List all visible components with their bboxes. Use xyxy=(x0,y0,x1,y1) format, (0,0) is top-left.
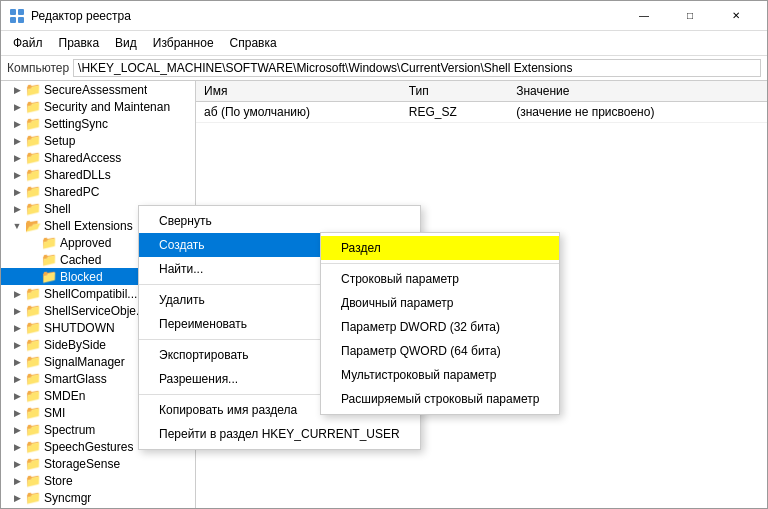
expand-icon: ▶ xyxy=(9,442,25,452)
sub-qword[interactable]: Параметр QWORD (64 бита) xyxy=(321,339,559,363)
tree-label: SharedPC xyxy=(44,185,99,199)
menu-bar: Файл Правка Вид Избранное Справка xyxy=(1,31,767,56)
ctx-collapse[interactable]: Свернуть xyxy=(139,209,420,233)
tree-label: Store xyxy=(44,474,73,488)
expand-icon: ▶ xyxy=(9,408,25,418)
folder-icon: 📁 xyxy=(25,422,41,437)
expand-icon: ▶ xyxy=(9,170,25,180)
menu-file[interactable]: Файл xyxy=(5,33,51,53)
tree-label: Shell xyxy=(44,202,71,216)
cell-type: REG_SZ xyxy=(401,102,508,123)
expand-icon: ▶ xyxy=(9,136,25,146)
menu-edit[interactable]: Правка xyxy=(51,33,108,53)
tree-label: SHUTDOWN xyxy=(44,321,115,335)
tree-item-sharedaccess[interactable]: ▶ 📁 SharedAccess xyxy=(1,149,195,166)
tree-label: SpeechGestures xyxy=(44,440,133,454)
folder-icon: 📁 xyxy=(25,184,41,199)
folder-icon: 📁 xyxy=(25,439,41,454)
folder-icon: 📁 xyxy=(25,388,41,403)
sub-binary[interactable]: Двоичный параметр xyxy=(321,291,559,315)
col-type: Тип xyxy=(401,81,508,102)
folder-icon: 📁 xyxy=(25,150,41,165)
folder-icon: 📁 xyxy=(41,269,57,284)
folder-icon: 📁 xyxy=(25,133,41,148)
tree-item-syncmgr[interactable]: ▶ 📁 Syncmgr xyxy=(1,489,195,506)
expand-icon: ▶ xyxy=(9,306,25,316)
folder-icon: 📁 xyxy=(25,303,41,318)
tree-label: Setup xyxy=(44,134,75,148)
folder-icon: 📁 xyxy=(25,337,41,352)
tree-label: Blocked xyxy=(60,270,103,284)
close-button[interactable]: ✕ xyxy=(713,1,759,31)
tree-item-shareddlls[interactable]: ▶ 📁 SharedDLLs xyxy=(1,166,195,183)
folder-icon: 📁 xyxy=(25,82,41,97)
expand-icon: ▶ xyxy=(9,374,25,384)
tree-label: ShellCompatibil... xyxy=(44,287,137,301)
svg-rect-0 xyxy=(10,9,16,15)
col-name: Имя xyxy=(196,81,401,102)
ctx-goto[interactable]: Перейти в раздел HKEY_CURRENT_USER xyxy=(139,422,420,446)
expand-icon: ▶ xyxy=(9,493,25,503)
expand-icon: ▶ xyxy=(9,204,25,214)
tree-item-secure[interactable]: ▶ 📁 SecureAssessment xyxy=(1,81,195,98)
sub-string[interactable]: Строковый параметр xyxy=(321,267,559,291)
tree-item-storagesense[interactable]: ▶ 📁 StorageSense xyxy=(1,455,195,472)
expand-icon: ▶ xyxy=(9,289,25,299)
expand-icon: ▶ xyxy=(9,102,25,112)
folder-icon: 📁 xyxy=(41,235,57,250)
tree-label: Security and Maintenan xyxy=(44,100,170,114)
expand-icon: ▶ xyxy=(9,187,25,197)
menu-favorites[interactable]: Избранное xyxy=(145,33,222,53)
menu-help[interactable]: Справка xyxy=(222,33,285,53)
folder-icon: 📁 xyxy=(25,167,41,182)
tree-item-security[interactable]: ▶ 📁 Security and Maintenan xyxy=(1,98,195,115)
tree-item-setup[interactable]: ▶ 📁 Setup xyxy=(1,132,195,149)
title-buttons: — □ ✕ xyxy=(621,1,759,31)
address-bar: Компьютер xyxy=(1,56,767,81)
folder-icon: 📂 xyxy=(25,218,41,233)
minimize-button[interactable]: — xyxy=(621,1,667,31)
title-text: Редактор реестра xyxy=(31,9,131,23)
tree-label: StorageSense xyxy=(44,457,120,471)
expand-icon: ▶ xyxy=(9,391,25,401)
table-row[interactable]: аб (По умолчанию) REG_SZ (значение не пр… xyxy=(196,102,767,123)
sub-multistring[interactable]: Мультистроковый параметр xyxy=(321,363,559,387)
sub-dword[interactable]: Параметр DWORD (32 бита) xyxy=(321,315,559,339)
folder-icon: 📁 xyxy=(25,490,41,505)
tree-label: SmartGlass xyxy=(44,372,107,386)
expand-icon: ▶ xyxy=(9,459,25,469)
cell-name: аб (По умолчанию) xyxy=(196,102,401,123)
expand-icon: ▶ xyxy=(9,357,25,367)
tree-label: SMDEn xyxy=(44,389,85,403)
sub-razdel[interactable]: Раздел xyxy=(321,236,559,260)
tree-label: SignalManager xyxy=(44,355,125,369)
tree-label: Cached xyxy=(60,253,101,267)
folder-icon: 📁 xyxy=(25,99,41,114)
tree-label: Approved xyxy=(60,236,111,250)
expand-icon: ▶ xyxy=(9,85,25,95)
tree-label: SharedDLLs xyxy=(44,168,111,182)
svg-rect-3 xyxy=(18,17,24,23)
address-input[interactable] xyxy=(73,59,761,77)
expand-icon: ▶ xyxy=(9,119,25,129)
tree-label: Shell Extensions xyxy=(44,219,133,233)
title-bar: Редактор реестра — □ ✕ xyxy=(1,1,767,31)
menu-view[interactable]: Вид xyxy=(107,33,145,53)
tree-label: Syncmgr xyxy=(44,491,91,505)
folder-icon: 📁 xyxy=(25,371,41,386)
tree-label: SettingSync xyxy=(44,117,108,131)
expand-icon: ▼ xyxy=(9,221,25,231)
tree-item-settingsync[interactable]: ▶ 📁 SettingSync xyxy=(1,115,195,132)
expand-icon: ▶ xyxy=(9,340,25,350)
folder-icon: 📁 xyxy=(25,286,41,301)
app-icon xyxy=(9,8,25,24)
sub-expandstring[interactable]: Расширяемый строковый параметр xyxy=(321,387,559,411)
tree-item-store[interactable]: ▶ 📁 Store xyxy=(1,472,195,489)
folder-icon: 📁 xyxy=(25,473,41,488)
col-value: Значение xyxy=(508,81,767,102)
tree-item-sharedpc[interactable]: ▶ 📁 SharedPC xyxy=(1,183,195,200)
svg-rect-2 xyxy=(10,17,16,23)
folder-icon: 📁 xyxy=(25,320,41,335)
maximize-button[interactable]: □ xyxy=(667,1,713,31)
tree-label: SMI xyxy=(44,406,65,420)
